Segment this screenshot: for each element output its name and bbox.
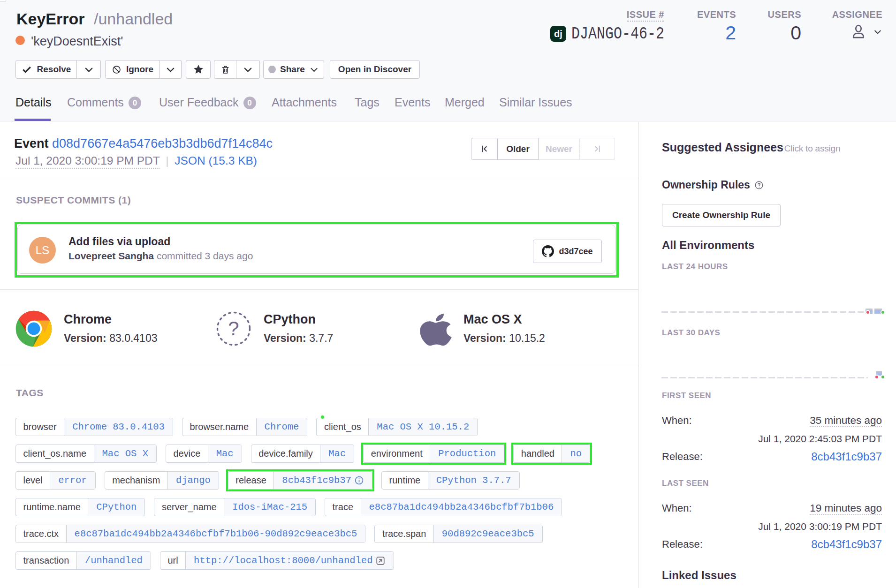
svg-text:?: ? <box>228 317 239 339</box>
